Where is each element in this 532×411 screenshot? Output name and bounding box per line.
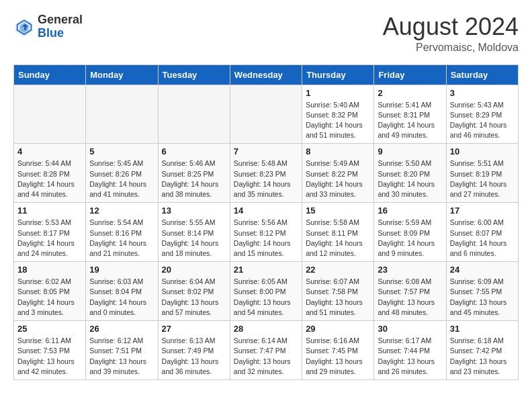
day-number: 13 <box>162 205 226 216</box>
calendar-day-cell: 25Sunrise: 6:11 AM Sunset: 7:53 PM Dayli… <box>14 321 86 380</box>
calendar-day-cell: 11Sunrise: 5:53 AM Sunset: 8:17 PM Dayli… <box>14 203 86 262</box>
calendar-day-cell <box>158 85 230 144</box>
weekday-header: Tuesday <box>158 64 230 85</box>
calendar-day-cell: 12Sunrise: 5:54 AM Sunset: 8:16 PM Dayli… <box>86 203 158 262</box>
day-number: 29 <box>306 324 370 334</box>
calendar-day-cell: 29Sunrise: 6:16 AM Sunset: 7:45 PM Dayli… <box>302 321 374 380</box>
title-block: August 2024 Pervomaisc, Moldova <box>383 13 519 54</box>
day-number: 8 <box>306 146 370 156</box>
day-info: Sunrise: 5:46 AM Sunset: 8:25 PM Dayligh… <box>162 158 226 199</box>
day-number: 18 <box>17 265 82 275</box>
day-number: 10 <box>450 146 515 156</box>
day-info: Sunrise: 6:14 AM Sunset: 7:47 PM Dayligh… <box>234 336 298 377</box>
calendar-day-cell: 7Sunrise: 5:48 AM Sunset: 8:23 PM Daylig… <box>230 144 302 203</box>
calendar-day-cell: 23Sunrise: 6:08 AM Sunset: 7:57 PM Dayli… <box>374 262 446 321</box>
day-number: 31 <box>450 324 515 334</box>
day-info: Sunrise: 5:55 AM Sunset: 8:14 PM Dayligh… <box>162 218 226 259</box>
day-info: Sunrise: 5:45 AM Sunset: 8:26 PM Dayligh… <box>89 158 154 199</box>
day-info: Sunrise: 6:07 AM Sunset: 7:58 PM Dayligh… <box>306 277 370 318</box>
location: Pervomaisc, Moldova <box>383 42 519 54</box>
calendar-day-cell: 14Sunrise: 5:56 AM Sunset: 8:12 PM Dayli… <box>230 203 302 262</box>
weekday-header: Friday <box>374 64 446 85</box>
calendar-day-cell: 6Sunrise: 5:46 AM Sunset: 8:25 PM Daylig… <box>158 144 230 203</box>
calendar-day-cell: 28Sunrise: 6:14 AM Sunset: 7:47 PM Dayli… <box>230 321 302 380</box>
calendar-week-row: 18Sunrise: 6:02 AM Sunset: 8:05 PM Dayli… <box>14 262 519 321</box>
page-header: General Blue August 2024 Pervomaisc, Mol… <box>13 13 519 54</box>
day-info: Sunrise: 6:00 AM Sunset: 8:07 PM Dayligh… <box>450 218 515 259</box>
day-info: Sunrise: 6:05 AM Sunset: 8:00 PM Dayligh… <box>234 277 298 318</box>
day-info: Sunrise: 6:17 AM Sunset: 7:44 PM Dayligh… <box>378 336 442 377</box>
day-number: 20 <box>162 265 226 275</box>
day-info: Sunrise: 5:44 AM Sunset: 8:28 PM Dayligh… <box>17 158 82 199</box>
day-info: Sunrise: 6:02 AM Sunset: 8:05 PM Dayligh… <box>17 277 82 318</box>
day-number: 6 <box>162 146 226 156</box>
calendar-day-cell: 24Sunrise: 6:09 AM Sunset: 7:55 PM Dayli… <box>446 262 518 321</box>
day-info: Sunrise: 5:49 AM Sunset: 8:22 PM Dayligh… <box>306 158 370 199</box>
day-number: 21 <box>234 265 298 275</box>
day-info: Sunrise: 5:54 AM Sunset: 8:16 PM Dayligh… <box>89 218 154 259</box>
weekday-header-row: SundayMondayTuesdayWednesdayThursdayFrid… <box>14 64 519 85</box>
day-info: Sunrise: 5:51 AM Sunset: 8:19 PM Dayligh… <box>450 158 515 199</box>
day-info: Sunrise: 6:03 AM Sunset: 8:04 PM Dayligh… <box>89 277 154 318</box>
day-info: Sunrise: 5:53 AM Sunset: 8:17 PM Dayligh… <box>17 218 82 259</box>
logo-icon <box>13 16 35 38</box>
logo-text: General Blue <box>38 13 83 40</box>
calendar-day-cell: 26Sunrise: 6:12 AM Sunset: 7:51 PM Dayli… <box>86 321 158 380</box>
day-info: Sunrise: 6:09 AM Sunset: 7:55 PM Dayligh… <box>450 277 515 318</box>
day-info: Sunrise: 6:18 AM Sunset: 7:42 PM Dayligh… <box>450 336 515 377</box>
day-info: Sunrise: 6:11 AM Sunset: 7:53 PM Dayligh… <box>17 336 82 377</box>
weekday-header: Monday <box>86 64 158 85</box>
day-number: 22 <box>306 265 370 275</box>
day-info: Sunrise: 5:48 AM Sunset: 8:23 PM Dayligh… <box>234 158 298 199</box>
day-info: Sunrise: 5:50 AM Sunset: 8:20 PM Dayligh… <box>378 158 442 199</box>
calendar-day-cell: 31Sunrise: 6:18 AM Sunset: 7:42 PM Dayli… <box>446 321 518 380</box>
calendar-day-cell: 21Sunrise: 6:05 AM Sunset: 8:00 PM Dayli… <box>230 262 302 321</box>
calendar-day-cell: 4Sunrise: 5:44 AM Sunset: 8:28 PM Daylig… <box>14 144 86 203</box>
day-number: 14 <box>234 205 298 216</box>
day-number: 4 <box>17 146 82 156</box>
calendar-day-cell: 19Sunrise: 6:03 AM Sunset: 8:04 PM Dayli… <box>86 262 158 321</box>
day-number: 3 <box>450 88 515 98</box>
calendar-day-cell: 8Sunrise: 5:49 AM Sunset: 8:22 PM Daylig… <box>302 144 374 203</box>
calendar-day-cell: 16Sunrise: 5:59 AM Sunset: 8:09 PM Dayli… <box>374 203 446 262</box>
weekday-header: Saturday <box>446 64 518 85</box>
calendar-day-cell: 15Sunrise: 5:58 AM Sunset: 8:11 PM Dayli… <box>302 203 374 262</box>
day-number: 15 <box>306 205 370 216</box>
day-number: 30 <box>378 324 442 334</box>
calendar-week-row: 1Sunrise: 5:40 AM Sunset: 8:32 PM Daylig… <box>14 85 519 144</box>
day-number: 24 <box>450 265 515 275</box>
day-number: 12 <box>89 205 154 216</box>
calendar-week-row: 25Sunrise: 6:11 AM Sunset: 7:53 PM Dayli… <box>14 321 519 380</box>
day-info: Sunrise: 6:13 AM Sunset: 7:49 PM Dayligh… <box>162 336 226 377</box>
calendar-day-cell: 1Sunrise: 5:40 AM Sunset: 8:32 PM Daylig… <box>302 85 374 144</box>
weekday-header: Thursday <box>302 64 374 85</box>
calendar-day-cell: 2Sunrise: 5:41 AM Sunset: 8:31 PM Daylig… <box>374 85 446 144</box>
day-number: 5 <box>89 146 154 156</box>
day-number: 2 <box>378 88 442 98</box>
calendar-day-cell <box>86 85 158 144</box>
day-info: Sunrise: 5:40 AM Sunset: 8:32 PM Dayligh… <box>306 100 370 141</box>
calendar-day-cell: 27Sunrise: 6:13 AM Sunset: 7:49 PM Dayli… <box>158 321 230 380</box>
day-number: 11 <box>17 205 82 216</box>
calendar-day-cell: 20Sunrise: 6:04 AM Sunset: 8:02 PM Dayli… <box>158 262 230 321</box>
day-info: Sunrise: 5:56 AM Sunset: 8:12 PM Dayligh… <box>234 218 298 259</box>
day-info: Sunrise: 6:08 AM Sunset: 7:57 PM Dayligh… <box>378 277 442 318</box>
calendar-day-cell: 22Sunrise: 6:07 AM Sunset: 7:58 PM Dayli… <box>302 262 374 321</box>
day-number: 27 <box>162 324 226 334</box>
day-number: 7 <box>234 146 298 156</box>
month-year: August 2024 <box>383 13 519 40</box>
weekday-header: Wednesday <box>230 64 302 85</box>
day-info: Sunrise: 5:41 AM Sunset: 8:31 PM Dayligh… <box>378 100 442 141</box>
logo: General Blue <box>13 13 83 40</box>
calendar-day-cell: 9Sunrise: 5:50 AM Sunset: 8:20 PM Daylig… <box>374 144 446 203</box>
calendar-day-cell: 10Sunrise: 5:51 AM Sunset: 8:19 PM Dayli… <box>446 144 518 203</box>
day-number: 9 <box>378 146 442 156</box>
calendar-day-cell: 17Sunrise: 6:00 AM Sunset: 8:07 PM Dayli… <box>446 203 518 262</box>
day-number: 17 <box>450 205 515 216</box>
calendar-day-cell: 5Sunrise: 5:45 AM Sunset: 8:26 PM Daylig… <box>86 144 158 203</box>
calendar-day-cell <box>14 85 86 144</box>
day-info: Sunrise: 6:16 AM Sunset: 7:45 PM Dayligh… <box>306 336 370 377</box>
day-info: Sunrise: 5:59 AM Sunset: 8:09 PM Dayligh… <box>378 218 442 259</box>
day-info: Sunrise: 5:58 AM Sunset: 8:11 PM Dayligh… <box>306 218 370 259</box>
day-info: Sunrise: 5:43 AM Sunset: 8:29 PM Dayligh… <box>450 100 515 141</box>
